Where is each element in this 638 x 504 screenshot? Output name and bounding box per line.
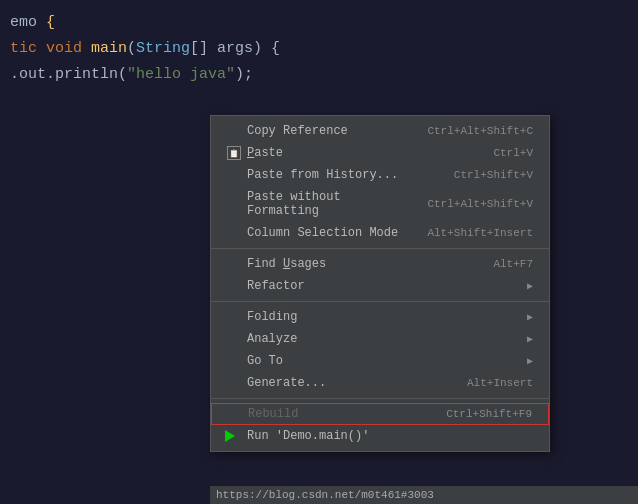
generate-label: Generate... (247, 376, 326, 390)
paste-shortcut: Ctrl+V (493, 147, 533, 159)
menu-item-rebuild[interactable]: Rebuild Ctrl+Shift+F9 (211, 403, 549, 425)
menu-item-run[interactable]: Run 'Demo.main()' (211, 425, 549, 447)
run-label: Run 'Demo.main()' (247, 429, 369, 443)
copy-reference-shortcut: Ctrl+Alt+Shift+C (427, 125, 533, 137)
menu-item-analyze[interactable]: Analyze ▶ (211, 328, 549, 350)
analyze-arrow: ▶ (527, 333, 533, 345)
run-icon (225, 430, 235, 442)
menu-item-copy-reference[interactable]: Copy Reference Ctrl+Alt+Shift+C (211, 120, 549, 142)
url-bar: https://blog.csdn.net/m0t461#3003 (210, 486, 638, 504)
menu-item-folding[interactable]: Folding ▶ (211, 306, 549, 328)
paste-icon: 📋 (227, 146, 241, 160)
menu-item-generate[interactable]: Generate... Alt+Insert (211, 372, 549, 394)
separator-1 (211, 248, 549, 249)
code-line-2: tic void main(String[] args) { (0, 36, 638, 62)
menu-item-find-usages[interactable]: Find Usages Alt+F7 (211, 253, 549, 275)
rebuild-shortcut: Ctrl+Shift+F9 (446, 408, 532, 420)
paste-no-format-label: Paste without Formatting (247, 190, 407, 218)
column-selection-shortcut: Alt+Shift+Insert (427, 227, 533, 239)
menu-item-column-selection[interactable]: Column Selection Mode Alt+Shift+Insert (211, 222, 549, 244)
copy-reference-label: Copy Reference (247, 124, 348, 138)
paste-history-shortcut: Ctrl+Shift+V (454, 169, 533, 181)
menu-item-paste-history[interactable]: Paste from History... Ctrl+Shift+V (211, 164, 549, 186)
find-usages-shortcut: Alt+F7 (493, 258, 533, 270)
menu-item-paste-no-format[interactable]: Paste without Formatting Ctrl+Alt+Shift+… (211, 186, 549, 222)
separator-2 (211, 301, 549, 302)
menu-item-refactor[interactable]: Refactor ▶ (211, 275, 549, 297)
menu-item-goto[interactable]: Go To ▶ (211, 350, 549, 372)
folding-label: Folding (247, 310, 297, 324)
folding-arrow: ▶ (527, 311, 533, 323)
paste-no-format-shortcut: Ctrl+Alt+Shift+V (427, 198, 533, 210)
paste-history-label: Paste from History... (247, 168, 398, 182)
code-line-1: emo { (0, 10, 638, 36)
goto-arrow: ▶ (527, 355, 533, 367)
analyze-label: Analyze (247, 332, 297, 346)
find-usages-label: Find Usages (247, 257, 326, 271)
context-menu: Copy Reference Ctrl+Alt+Shift+C 📋 Paste … (210, 115, 550, 452)
paste-label: Paste (247, 146, 283, 160)
url-text: https://blog.csdn.net/m0t461#3003 (216, 489, 434, 501)
menu-item-paste[interactable]: 📋 Paste Ctrl+V (211, 142, 549, 164)
refactor-label: Refactor (247, 279, 305, 293)
refactor-arrow: ▶ (527, 280, 533, 292)
generate-shortcut: Alt+Insert (467, 377, 533, 389)
rebuild-label: Rebuild (248, 407, 298, 421)
code-line-3: .out.println("hello java"); (0, 62, 638, 88)
goto-label: Go To (247, 354, 283, 368)
separator-3 (211, 398, 549, 399)
column-selection-label: Column Selection Mode (247, 226, 398, 240)
